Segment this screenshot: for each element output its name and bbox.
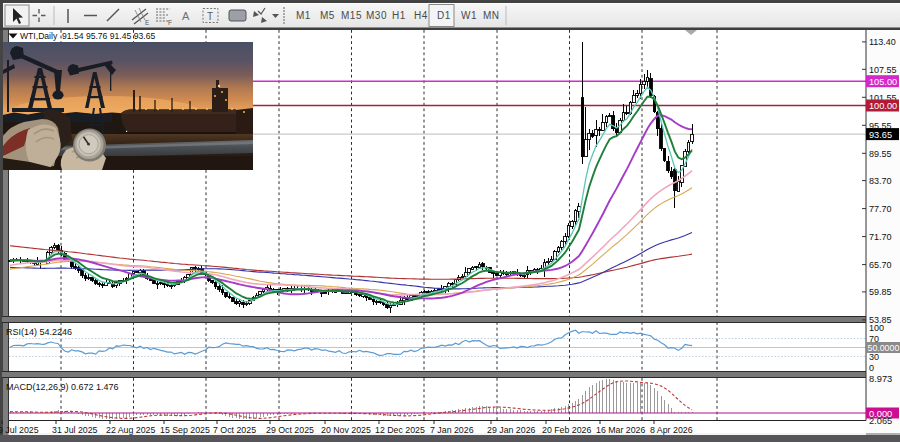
svg-text:50.0000: 50.0000 (868, 343, 900, 353)
svg-text:8 Apr 2026: 8 Apr 2026 (650, 425, 693, 435)
svg-text:71.70: 71.70 (869, 232, 892, 242)
svg-text:9 Jul 2025: 9 Jul 2025 (0, 425, 39, 435)
svg-text:12 Dec 2025: 12 Dec 2025 (375, 425, 425, 435)
svg-text:M30: M30 (366, 10, 387, 21)
svg-text:M1: M1 (296, 10, 311, 21)
svg-text:31 Jul 2025: 31 Jul 2025 (52, 425, 98, 435)
svg-text:20 Feb 2026: 20 Feb 2026 (542, 425, 592, 435)
svg-text:107.55: 107.55 (869, 65, 897, 75)
svg-text:W1: W1 (461, 10, 477, 21)
svg-text:100: 100 (869, 323, 884, 333)
svg-text:22 Aug 2025: 22 Aug 2025 (106, 425, 156, 435)
svg-text:H4: H4 (414, 10, 428, 21)
svg-text:M5: M5 (320, 10, 335, 21)
svg-text:WTI,Daily: WTI,Daily (20, 31, 58, 41)
svg-text:30: 30 (869, 352, 879, 362)
svg-text:16 Mar 2026: 16 Mar 2026 (596, 425, 645, 435)
svg-text:7 Jan 2026: 7 Jan 2026 (430, 425, 474, 435)
svg-text:7 Oct 2025: 7 Oct 2025 (213, 425, 256, 435)
svg-text:29 Oct 2025: 29 Oct 2025 (266, 425, 314, 435)
svg-text:65.70: 65.70 (869, 260, 892, 270)
svg-text:T: T (207, 11, 213, 22)
svg-text:20 Nov 2025: 20 Nov 2025 (321, 425, 371, 435)
svg-text:15 Sep 2025: 15 Sep 2025 (160, 425, 210, 435)
svg-text:8.973: 8.973 (869, 374, 892, 384)
svg-text:A: A (182, 10, 190, 22)
svg-text:113.40: 113.40 (869, 37, 896, 47)
svg-text:29 Jan 2026: 29 Jan 2026 (487, 425, 536, 435)
svg-text:E: E (145, 19, 150, 26)
svg-text:RSI(14) 54.2246: RSI(14) 54.2246 (6, 327, 72, 337)
svg-text:D1: D1 (437, 10, 451, 21)
svg-text:77.70: 77.70 (869, 204, 892, 214)
svg-text:83.70: 83.70 (869, 176, 892, 186)
svg-text:93.65: 93.65 (869, 130, 892, 140)
svg-text:100.00: 100.00 (869, 101, 897, 111)
svg-text:89.55: 89.55 (869, 149, 892, 159)
svg-text:105.00: 105.00 (869, 77, 897, 87)
svg-text:M15: M15 (341, 10, 362, 21)
svg-text:MACD(12,26,9) 0.672 1.476: MACD(12,26,9) 0.672 1.476 (6, 382, 119, 392)
svg-text:91.54 95.76 91.45 93.65: 91.54 95.76 91.45 93.65 (62, 31, 155, 41)
svg-text:59.85: 59.85 (869, 287, 892, 297)
svg-text:0: 0 (869, 363, 874, 373)
svg-text:MN: MN (483, 10, 500, 21)
svg-text:F: F (168, 19, 172, 26)
svg-text:2.065: 2.065 (869, 416, 892, 426)
svg-text:H1: H1 (392, 10, 406, 21)
